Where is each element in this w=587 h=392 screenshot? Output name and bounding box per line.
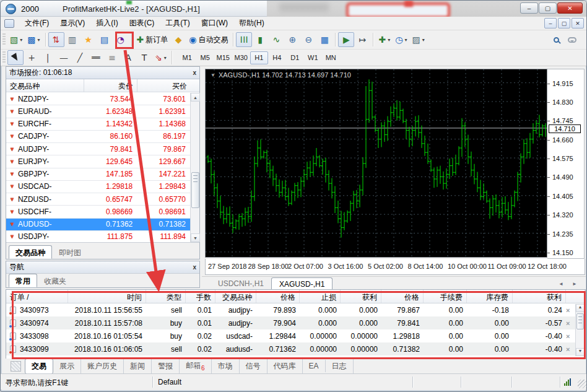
terminal-tab-新闻[interactable]: 新闻 [124,359,152,373]
terminal-tab-EA[interactable]: EA [303,360,326,372]
orders-column-header[interactable]: 获利 [341,290,381,303]
vertical-line-button[interactable]: | [40,50,56,65]
minimize-button[interactable]: – [520,2,538,14]
line-chart-button[interactable]: ∿ [268,32,284,47]
indicators-button[interactable]: ✚▾ [376,32,393,47]
equidistant-channel-button[interactable]: ∥ [88,50,104,65]
strategy-tester-button[interactable]: ◔ [113,32,129,47]
navigator-tab-收藏夹[interactable]: 收藏夹 [37,274,73,287]
market-watch-column-header[interactable]: 交易品种 卖价 买价 [6,79,199,92]
dropdown-caret-icon[interactable]: ▾ [404,37,407,43]
dropdown-caret-icon[interactable]: ▾ [37,37,40,43]
timeframe-m1[interactable]: M1 [178,51,196,64]
terminal-scrollbar[interactable]: ▲ ▼ [575,304,585,356]
price-axis[interactable]: 14.91514.83014.74514.66014.57514.49014.4… [547,69,585,259]
close-order-icon[interactable]: × [566,346,570,353]
market-watch-tab-交易品种[interactable]: 交易品种 [9,245,52,259]
orders-column-header[interactable]: 止损 [300,290,341,303]
chart-tab-USDCNHH1[interactable]: USDCNH-,H1 [211,277,271,290]
text-label-button[interactable]: T [136,50,152,65]
timeframe-mn[interactable]: MN [322,51,340,64]
close-order-icon[interactable]: × [566,320,570,327]
scroll-up-icon[interactable]: ▲ [191,93,200,102]
orders-column-header[interactable]: 类型 [146,290,186,303]
order-row[interactable]: 34309732018.10.11 15:56:55sell0.01audjpy… [6,303,585,316]
bar-chart-button[interactable]: ☰ [236,32,252,47]
dropdown-caret-icon[interactable]: ▾ [164,55,167,61]
profiles-button[interactable]: ▩▾ [25,32,42,47]
templates-button[interactable]: ▨▾ [409,32,427,47]
orders-column-header[interactable]: 价格 [256,290,300,303]
menu-item[interactable]: 窗口(W) [196,16,233,30]
mdi-close-button[interactable]: ✕ [572,18,584,28]
timeframe-h1[interactable]: H1 [250,51,268,64]
menu-item[interactable]: 文件(F) [19,16,54,30]
text-button[interactable]: A [120,50,136,65]
chart-window-icon[interactable] [4,19,14,28]
mdi-restore-button[interactable]: ▢ [558,18,570,28]
market-watch-row[interactable]: ▼AUDUSD-0.713620.71382 [6,219,190,231]
orders-column-header[interactable]: 交易品种 [215,290,256,303]
menu-item[interactable]: 图表(C) [124,16,160,30]
title-bar[interactable]: 2000 ProfitMarketHK-Live2 - [XAGUSD-,H1]… [1,1,587,17]
market-watch-row[interactable]: ▼AUDJPY-79.84179.867 [6,143,190,155]
dropdown-caret-icon[interactable]: ▾ [422,37,425,43]
market-watch-row[interactable]: ▼NZDUSD-0.657470.65770 [6,193,190,206]
market-watch-row[interactable]: ▼NZDJPY-73.54473.601 [6,93,190,105]
terminal-tab-市场[interactable]: 市场 [212,359,240,373]
status-profile[interactable]: Default [153,377,413,388]
market-watch-row[interactable]: ▼CADJPY-86.16086.197 [6,131,190,143]
order-row[interactable]: 34330982018.10.16 01:05:54buy0.02usdcad-… [6,329,585,342]
maximize-button[interactable]: ▢ [539,2,557,14]
timeframe-m5[interactable]: M5 [196,51,214,64]
chart-shift-button[interactable]: ↦ [354,32,370,47]
dropdown-caret-icon[interactable]: ▾ [388,37,390,43]
tile-windows-button[interactable]: ▦ [316,32,333,47]
arrows-tool-button[interactable]: ⇘▾ [152,50,169,65]
timeframe-h4[interactable]: H4 [268,51,286,64]
market-watch-row[interactable]: ▼EURJPY-129.645129.667 [6,155,190,168]
orders-column-header[interactable]: 手续费 [424,290,467,303]
metaeditor-button[interactable]: ◆ [170,32,186,47]
time-axis[interactable]: 27 Sep 201828 Sep 18:002 Oct 07:003 Oct … [205,259,585,275]
navigator-button[interactable]: ★ [80,32,97,47]
timeframe-m30[interactable]: M30 [232,51,250,64]
autotrading-button[interactable]: ◉自动交易 [186,32,230,47]
orders-table-header[interactable]: 订单 /时间类型手数交易品种价格止损获利价格手续费库存费获利 [6,290,585,303]
fibonacci-button[interactable]: ≡ [104,50,120,65]
scroll-down-icon[interactable]: ▼ [576,348,585,356]
market-watch-tab-即时图[interactable]: 即时图 [52,245,88,259]
orders-column-header[interactable]: 时间 [68,290,146,303]
chart-plot-area[interactable]: ▼ XAGUSD-,H1 14.702 14.713 14.697 14.710 [205,69,547,258]
mdi-minimize-button[interactable]: – [544,18,557,28]
terminal-tab-邮箱[interactable]: 邮箱6 [180,359,212,373]
timeframe-m15[interactable]: M15 [214,51,232,64]
orders-column-header[interactable]: 价格 [381,290,424,303]
close-order-icon[interactable]: × [566,333,570,340]
search-button[interactable] [548,32,564,47]
new-chart-button[interactable]: ▧▾ [7,32,25,47]
dropdown-caret-icon[interactable]: ▾ [20,37,22,43]
chart-tab-XAGUSDH1[interactable]: XAGUSD-,H1 [271,277,333,290]
terminal-tab-信号[interactable]: 信号 [240,359,267,373]
crosshair-button[interactable]: + [24,50,40,65]
resize-grip[interactable] [578,380,586,388]
menu-item[interactable]: 帮助(H) [233,16,270,30]
scroll-thumb[interactable] [191,172,199,208]
market-watch-row[interactable]: ▼GBPJPY-147.185147.221 [6,168,190,181]
market-watch-row[interactable]: ▼USDJPY-111.875111.894 [6,231,190,242]
market-watch-row[interactable]: ▼EURAUD-1.623481.62391 [6,105,190,118]
market-watch-row[interactable]: ▼EURCHF-1.143421.14368 [6,118,190,131]
orders-column-header[interactable]: 库存费 [467,290,513,303]
scroll-up-icon[interactable]: ▲ [576,304,585,312]
chevron-down-icon[interactable]: ▼ [211,72,215,78]
timeframe-w1[interactable]: W1 [304,51,322,64]
orders-column-header[interactable]: 获利 [513,290,566,303]
panel-grip-icon[interactable] [11,361,21,372]
scroll-down-icon[interactable]: ▼ [191,233,200,242]
navigator-close-icon[interactable]: x [193,264,196,271]
zoom-out-button[interactable]: ⊖ [300,32,316,47]
candlestick-chart-button[interactable]: ▮ [252,32,268,47]
horizontal-line-button[interactable]: — [56,50,72,65]
terminal-tab-交易[interactable]: 交易 [25,359,53,374]
